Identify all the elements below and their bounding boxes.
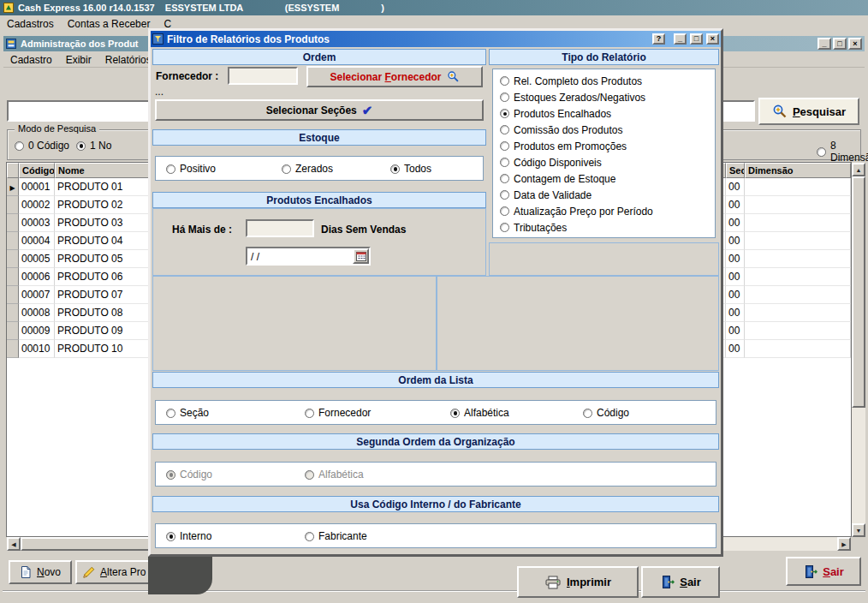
radio-label: Alfabética: [318, 469, 364, 481]
radio-positivo[interactable]: Positivo: [166, 163, 216, 175]
radio-modo-nome[interactable]: 1 No: [76, 140, 111, 152]
radio-label: 1 No: [90, 140, 111, 152]
radio-modo-codigo[interactable]: 0 Código: [15, 140, 69, 152]
grid-header-sec[interactable]: Sec: [726, 163, 745, 178]
radio-tributacoes[interactable]: Tributações: [493, 219, 715, 236]
selecionar-fornecedor-button[interactable]: Selecionar Fornecedor: [306, 66, 483, 87]
calendar-icon: [356, 251, 366, 261]
scroll-down-icon[interactable]: ▼: [852, 523, 865, 537]
radio-zerados[interactable]: Zerados: [282, 163, 333, 175]
fornecedor-input[interactable]: [228, 67, 298, 85]
radio-segunda-codigo[interactable]: Código: [166, 469, 212, 481]
radio-segunda-alfabetica[interactable]: Alfabética: [305, 469, 364, 481]
novo-button[interactable]: Novo: [9, 560, 72, 584]
dialog-titlebar[interactable]: Filtro de Relatórios dos Produtos ? _ □ …: [151, 31, 721, 47]
pencil-icon: [82, 566, 95, 579]
radio-data-validade[interactable]: Data de Validade: [493, 187, 715, 203]
altera-produto-button[interactable]: Altera Pro: [75, 560, 154, 584]
application-window: Cash Express 16.00 r14.0.1537 ESSYSTEM L…: [0, 0, 868, 603]
minimize-button[interactable]: _: [817, 38, 831, 50]
radio-codigo-disponiveis[interactable]: Código Disponiveis: [493, 154, 715, 170]
dialog-sair-button[interactable]: Sair: [641, 566, 720, 598]
row-gutter: [7, 286, 19, 304]
modo-group-label: Modo de Pesquisa: [15, 123, 99, 134]
segunda-ordem-header: Segunda Ordem da Organização: [152, 433, 719, 450]
cell-codigo: 00008: [19, 304, 55, 322]
radio-modo-dimensao[interactable]: 8 Dimensão: [817, 140, 868, 164]
estoque-header: Estoque: [152, 129, 486, 146]
radio-label: Positivo: [180, 163, 216, 175]
row-gutter: [7, 232, 19, 250]
cell-dimensao: [745, 304, 851, 322]
radio-icon: [166, 409, 175, 418]
radio-contagem-estoque[interactable]: Contagem de Estoque: [493, 170, 715, 187]
imprimir-button[interactable]: Imprimir: [517, 566, 639, 598]
radio-promocoes[interactable]: Produtos em Promoções: [493, 138, 715, 154]
ordem-da-lista-header: Ordem da Lista: [152, 372, 719, 388]
calendar-picker-button[interactable]: [353, 248, 369, 264]
maximize-button[interactable]: □: [833, 38, 847, 50]
radio-interno[interactable]: Interno: [166, 530, 211, 542]
radio-fornecedor[interactable]: Fornecedor: [305, 407, 371, 419]
cell-dimensao: [745, 196, 851, 214]
cell-codigo: 00005: [19, 250, 55, 268]
selecionar-secoes-button[interactable]: Selecionar Seções ✔: [155, 99, 484, 121]
cell-sec: 00: [726, 232, 745, 250]
dialog-maximize-button[interactable]: □: [690, 33, 703, 45]
radio-label: Tributações: [514, 222, 567, 234]
radio-label: 8 Dimensão: [830, 140, 868, 164]
scroll-up-icon[interactable]: ▲: [852, 163, 865, 176]
row-gutter: [7, 340, 19, 358]
menu-cadastro[interactable]: Cadastro: [3, 52, 59, 68]
radio-codigo[interactable]: Código: [583, 407, 629, 419]
radio-comissao[interactable]: Comissão dos Produtos: [493, 122, 715, 138]
close-button[interactable]: ×: [848, 38, 862, 50]
menu-contas-a-receber[interactable]: Contas a Receber: [61, 16, 158, 32]
main-sair-button[interactable]: Sair: [786, 557, 861, 586]
radio-secao[interactable]: Seção: [166, 407, 209, 419]
segunda-ordem-box: Código Alfabética: [155, 462, 716, 487]
radio-fabricante[interactable]: Fabricante: [305, 530, 367, 542]
radio-todos[interactable]: Todos: [390, 163, 431, 175]
cell-dimensao: [745, 322, 851, 340]
radio-alfabetica[interactable]: Alfabética: [450, 407, 509, 419]
cell-codigo: 00002: [19, 196, 55, 214]
radio-label: Código: [180, 469, 212, 481]
vertical-scroll-thumb[interactable]: [852, 176, 865, 408]
row-gutter: [7, 268, 19, 286]
radio-rel-completo[interactable]: Rel. Completo dos Produtos: [493, 73, 715, 89]
radio-estoques-zerados[interactable]: Estoques Zerados/Negativos: [493, 89, 715, 105]
radio-atualizacao-preco[interactable]: Atualização Preço por Período: [493, 203, 715, 219]
grid-header-dimensao[interactable]: Dimensão: [745, 163, 851, 178]
empty-panel-right: [437, 276, 719, 371]
date-field[interactable]: / /: [246, 247, 371, 266]
vertical-scrollbar[interactable]: ▲ ▼: [852, 163, 865, 537]
grid-header-codigo[interactable]: Código: [19, 163, 55, 178]
radio-icon: [305, 532, 314, 541]
scroll-right-icon[interactable]: ▶: [837, 537, 851, 551]
novo-label: Novo: [37, 566, 61, 578]
dias-input[interactable]: [246, 219, 314, 237]
grid-header-gutter: [7, 163, 19, 178]
cell-codigo: 00009: [19, 322, 55, 340]
cell-codigo: 00010: [19, 340, 55, 358]
produtos-encalhados-panel: Há Mais de : Dias Sem Vendas / /: [152, 208, 486, 276]
dialog-minimize-button[interactable]: _: [674, 33, 687, 45]
pesquisar-button[interactable]: Pesquisar: [758, 98, 859, 125]
help-button[interactable]: ?: [652, 33, 665, 45]
menu-exibir[interactable]: Exibir: [59, 52, 98, 68]
dialog-body: Ordem Tipo do Relatório Fornecedor : Sel…: [151, 47, 721, 554]
cell-sec: 00: [726, 178, 745, 196]
dialog-title: Filtro de Relatórios dos Produtos: [167, 33, 649, 45]
dialog-close-button[interactable]: ×: [706, 33, 719, 45]
magnifier-icon: [447, 70, 460, 83]
radio-label: Fornecedor: [318, 407, 371, 419]
radio-produtos-encalhados[interactable]: Produtos Encalhados: [493, 105, 715, 122]
radio-label: Estoques Zerados/Negativos: [514, 92, 645, 104]
ordem-da-lista-box: Seção Fornecedor Alfabética Código: [155, 400, 716, 425]
altera-label: Altera Pro: [100, 566, 146, 578]
status-bar: [3, 590, 865, 601]
scroll-left-icon[interactable]: ◀: [7, 537, 21, 551]
row-gutter: [7, 322, 19, 340]
menu-cadastros[interactable]: Cadastros: [0, 16, 61, 32]
